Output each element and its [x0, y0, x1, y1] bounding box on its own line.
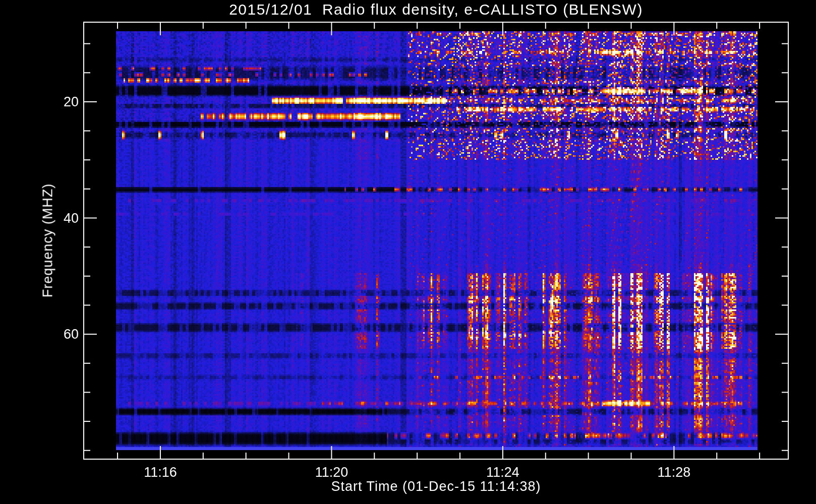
y-axis-label: Frequency (MHZ)	[40, 183, 56, 298]
spectrogram-canvas	[0, 0, 816, 504]
page-title: 2015/12/01 Radio flux density, e-CALLIST…	[84, 1, 788, 18]
x-axis-label: Start Time (01-Dec-15 11:14:38)	[84, 479, 788, 494]
spectrogram-page: 2015/12/01 Radio flux density, e-CALLIST…	[0, 0, 816, 504]
